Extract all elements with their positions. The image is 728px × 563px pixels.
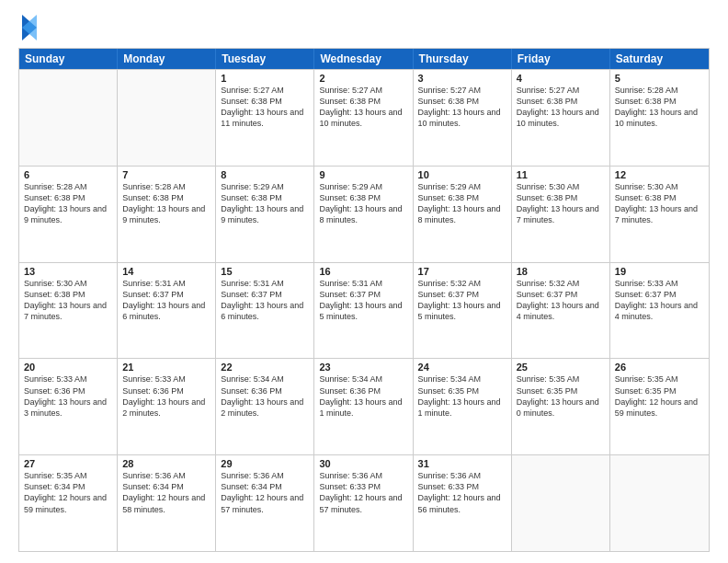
calendar-day-19: 19Sunrise: 5:33 AM Sunset: 6:37 PM Dayli…	[610, 263, 709, 359]
calendar-day-6: 6Sunrise: 5:28 AM Sunset: 6:38 PM Daylig…	[19, 167, 118, 262]
calendar-day-24: 24Sunrise: 5:34 AM Sunset: 6:35 PM Dayli…	[414, 359, 512, 454]
calendar-body: 1Sunrise: 5:27 AM Sunset: 6:38 PM Daylig…	[19, 69, 709, 551]
calendar-day-10: 10Sunrise: 5:29 AM Sunset: 6:38 PM Dayli…	[414, 167, 512, 262]
calendar-day-9: 9Sunrise: 5:29 AM Sunset: 6:38 PM Daylig…	[314, 167, 413, 262]
logo-icon	[20, 15, 39, 40]
day-number: 16	[319, 266, 407, 277]
calendar-week-3: 13Sunrise: 5:30 AM Sunset: 6:38 PM Dayli…	[19, 262, 709, 359]
header-day-friday: Friday	[512, 49, 610, 69]
day-info: Sunrise: 5:31 AM Sunset: 6:37 PM Dayligh…	[122, 278, 210, 323]
day-info: Sunrise: 5:31 AM Sunset: 6:37 PM Dayligh…	[319, 278, 407, 323]
day-info: Sunrise: 5:31 AM Sunset: 6:37 PM Dayligh…	[221, 278, 309, 323]
day-number: 17	[418, 266, 506, 277]
day-info: Sunrise: 5:30 AM Sunset: 6:38 PM Dayligh…	[24, 278, 112, 323]
day-info: Sunrise: 5:36 AM Sunset: 6:33 PM Dayligh…	[319, 470, 407, 515]
day-number: 27	[24, 458, 112, 469]
day-number: 13	[24, 266, 112, 277]
day-number: 1	[221, 73, 309, 84]
calendar-day-8: 8Sunrise: 5:29 AM Sunset: 6:38 PM Daylig…	[216, 167, 314, 262]
calendar-day-22: 22Sunrise: 5:34 AM Sunset: 6:36 PM Dayli…	[216, 359, 314, 454]
calendar-day-empty	[118, 70, 216, 166]
day-number: 10	[418, 169, 506, 180]
day-info: Sunrise: 5:36 AM Sunset: 6:33 PM Dayligh…	[418, 470, 506, 515]
calendar-day-25: 25Sunrise: 5:35 AM Sunset: 6:35 PM Dayli…	[512, 359, 610, 454]
calendar-day-17: 17Sunrise: 5:32 AM Sunset: 6:37 PM Dayli…	[414, 263, 512, 359]
day-number: 26	[615, 362, 704, 373]
calendar-day-18: 18Sunrise: 5:32 AM Sunset: 6:37 PM Dayli…	[512, 263, 610, 359]
day-info: Sunrise: 5:28 AM Sunset: 6:38 PM Dayligh…	[615, 85, 704, 130]
day-number: 15	[221, 266, 309, 277]
calendar-day-5: 5Sunrise: 5:28 AM Sunset: 6:38 PM Daylig…	[610, 70, 709, 166]
day-number: 21	[122, 362, 210, 373]
calendar-day-11: 11Sunrise: 5:30 AM Sunset: 6:38 PM Dayli…	[512, 167, 610, 262]
calendar-day-3: 3Sunrise: 5:27 AM Sunset: 6:38 PM Daylig…	[414, 70, 512, 166]
day-number: 11	[517, 169, 605, 180]
calendar-day-1: 1Sunrise: 5:27 AM Sunset: 6:38 PM Daylig…	[216, 70, 314, 166]
logo	[18, 15, 39, 40]
day-info: Sunrise: 5:36 AM Sunset: 6:34 PM Dayligh…	[122, 470, 210, 515]
day-number: 24	[418, 362, 506, 373]
day-number: 3	[418, 73, 506, 84]
calendar-day-23: 23Sunrise: 5:34 AM Sunset: 6:36 PM Dayli…	[314, 359, 413, 454]
calendar-day-16: 16Sunrise: 5:31 AM Sunset: 6:37 PM Dayli…	[314, 263, 413, 359]
calendar-week-4: 20Sunrise: 5:33 AM Sunset: 6:36 PM Dayli…	[19, 358, 709, 454]
calendar-day-empty	[610, 455, 709, 551]
calendar-day-31: 31Sunrise: 5:36 AM Sunset: 6:33 PM Dayli…	[414, 455, 512, 551]
day-number: 9	[319, 169, 407, 180]
calendar-header-row: SundayMondayTuesdayWednesdayThursdayFrid…	[19, 49, 709, 69]
calendar-day-29: 29Sunrise: 5:36 AM Sunset: 6:34 PM Dayli…	[216, 455, 314, 551]
calendar-day-20: 20Sunrise: 5:33 AM Sunset: 6:36 PM Dayli…	[19, 359, 118, 454]
day-info: Sunrise: 5:36 AM Sunset: 6:34 PM Dayligh…	[221, 470, 309, 515]
day-number: 18	[517, 266, 605, 277]
day-info: Sunrise: 5:29 AM Sunset: 6:38 PM Dayligh…	[221, 181, 309, 226]
header	[18, 15, 710, 40]
day-info: Sunrise: 5:27 AM Sunset: 6:38 PM Dayligh…	[221, 85, 309, 130]
day-info: Sunrise: 5:35 AM Sunset: 6:35 PM Dayligh…	[615, 373, 704, 419]
header-day-tuesday: Tuesday	[216, 49, 314, 69]
day-info: Sunrise: 5:34 AM Sunset: 6:35 PM Dayligh…	[418, 373, 506, 419]
day-info: Sunrise: 5:32 AM Sunset: 6:37 PM Dayligh…	[418, 278, 506, 323]
day-info: Sunrise: 5:35 AM Sunset: 6:35 PM Dayligh…	[517, 373, 605, 419]
calendar-day-2: 2Sunrise: 5:27 AM Sunset: 6:38 PM Daylig…	[314, 70, 413, 166]
day-number: 31	[418, 458, 506, 469]
day-info: Sunrise: 5:33 AM Sunset: 6:36 PM Dayligh…	[24, 373, 112, 419]
calendar-day-27: 27Sunrise: 5:35 AM Sunset: 6:34 PM Dayli…	[19, 455, 118, 551]
day-info: Sunrise: 5:34 AM Sunset: 6:36 PM Dayligh…	[221, 373, 309, 419]
day-info: Sunrise: 5:29 AM Sunset: 6:38 PM Dayligh…	[418, 181, 506, 226]
calendar-day-empty	[19, 70, 118, 166]
day-number: 19	[615, 266, 704, 277]
calendar-day-21: 21Sunrise: 5:33 AM Sunset: 6:36 PM Dayli…	[118, 359, 216, 454]
day-number: 4	[517, 73, 605, 84]
day-number: 22	[221, 362, 309, 373]
day-info: Sunrise: 5:34 AM Sunset: 6:36 PM Dayligh…	[319, 373, 407, 419]
calendar-day-13: 13Sunrise: 5:30 AM Sunset: 6:38 PM Dayli…	[19, 263, 118, 359]
day-info: Sunrise: 5:32 AM Sunset: 6:37 PM Dayligh…	[517, 278, 605, 323]
day-info: Sunrise: 5:28 AM Sunset: 6:38 PM Dayligh…	[122, 181, 210, 226]
day-number: 25	[517, 362, 605, 373]
calendar-day-empty	[512, 455, 610, 551]
day-info: Sunrise: 5:33 AM Sunset: 6:37 PM Dayligh…	[615, 278, 704, 323]
calendar-day-7: 7Sunrise: 5:28 AM Sunset: 6:38 PM Daylig…	[118, 167, 216, 262]
day-number: 20	[24, 362, 112, 373]
day-number: 29	[221, 458, 309, 469]
day-number: 23	[319, 362, 407, 373]
calendar-week-5: 27Sunrise: 5:35 AM Sunset: 6:34 PM Dayli…	[19, 454, 709, 551]
calendar-day-4: 4Sunrise: 5:27 AM Sunset: 6:38 PM Daylig…	[512, 70, 610, 166]
header-day-thursday: Thursday	[414, 49, 512, 69]
day-number: 12	[615, 169, 704, 180]
day-number: 8	[221, 169, 309, 180]
header-day-sunday: Sunday	[19, 49, 118, 69]
day-info: Sunrise: 5:27 AM Sunset: 6:38 PM Dayligh…	[319, 85, 407, 130]
day-info: Sunrise: 5:33 AM Sunset: 6:36 PM Dayligh…	[122, 373, 210, 419]
day-info: Sunrise: 5:27 AM Sunset: 6:38 PM Dayligh…	[517, 85, 605, 130]
calendar-day-12: 12Sunrise: 5:30 AM Sunset: 6:38 PM Dayli…	[610, 167, 709, 262]
day-number: 5	[615, 73, 704, 84]
calendar-week-1: 1Sunrise: 5:27 AM Sunset: 6:38 PM Daylig…	[19, 69, 709, 166]
day-info: Sunrise: 5:30 AM Sunset: 6:38 PM Dayligh…	[615, 181, 704, 226]
day-info: Sunrise: 5:35 AM Sunset: 6:34 PM Dayligh…	[24, 470, 112, 515]
calendar-day-15: 15Sunrise: 5:31 AM Sunset: 6:37 PM Dayli…	[216, 263, 314, 359]
day-number: 30	[319, 458, 407, 469]
calendar: SundayMondayTuesdayWednesdayThursdayFrid…	[18, 48, 710, 552]
day-info: Sunrise: 5:27 AM Sunset: 6:38 PM Dayligh…	[418, 85, 506, 130]
page: SundayMondayTuesdayWednesdayThursdayFrid…	[0, 0, 728, 563]
